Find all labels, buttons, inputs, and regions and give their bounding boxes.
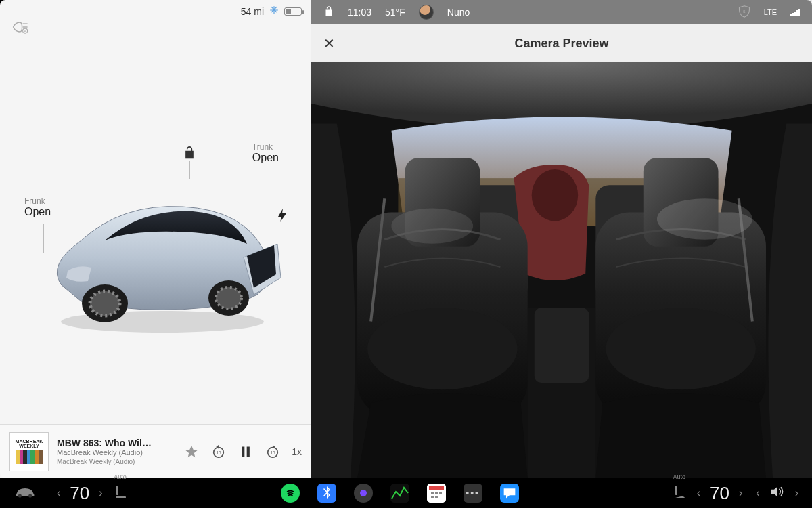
passenger-temp-down[interactable]: ‹: [697, 487, 700, 499]
svg-rect-14: [242, 446, 244, 457]
svg-rect-25: [535, 308, 589, 383]
svg-text:15: 15: [271, 450, 276, 454]
camera-preview-title: Camera Preview: [514, 37, 608, 51]
svg-point-23: [532, 169, 578, 221]
svg-rect-45: [431, 496, 434, 498]
svg-rect-39: [390, 484, 409, 503]
svg-rect-42: [431, 492, 434, 494]
driver-temp-down[interactable]: ‹: [57, 487, 60, 499]
svg-point-37: [28, 494, 32, 497]
right-panel: 11:03 51°F Nuno 5 LTE ✕ Camera Preview: [311, 0, 812, 478]
network-type: LTE: [764, 8, 777, 16]
vehicle-visualization: Trunk Open Frunk Open: [0, 0, 311, 424]
trunk-button[interactable]: Trunk Open: [252, 142, 279, 164]
spotify-app-icon[interactable]: [281, 484, 300, 503]
passenger-temp-value[interactable]: 70: [710, 483, 729, 504]
close-icon[interactable]: ✕: [323, 35, 335, 51]
svg-point-35: [391, 208, 473, 243]
signal-bars-icon: [790, 8, 800, 16]
driver-avatar[interactable]: [419, 5, 434, 20]
passenger-seat-heater-icon[interactable]: [671, 483, 687, 503]
svg-point-28: [367, 308, 517, 389]
playback-speed-button[interactable]: 1x: [292, 446, 302, 457]
media-artwork[interactable]: MACBREAK WEEKLY: [9, 432, 49, 471]
driver-seat-heater-icon[interactable]: [112, 483, 129, 503]
driver-temp-control: ‹ 70 ›: [57, 483, 103, 504]
driver-name[interactable]: Nuno: [447, 7, 470, 18]
passenger-seat-mode: Auto: [673, 473, 686, 480]
vehicle-status-panel: 54 mi A Trunk Open: [0, 0, 311, 478]
bottom-dock: ‹ 70 › Auto: [0, 478, 812, 508]
media-player: MACBREAK WEEKLY MBW 863: Who Will S MacB…: [0, 424, 311, 478]
route-shield-icon: 5: [738, 5, 750, 20]
vehicle-render[interactable]: [41, 176, 284, 325]
svg-rect-41: [429, 486, 444, 490]
camera-preview-feed[interactable]: [311, 62, 812, 478]
volume-icon[interactable]: [769, 485, 786, 501]
svg-point-31: [606, 308, 755, 389]
volume-up[interactable]: ›: [795, 487, 798, 499]
play-pause-button[interactable]: [238, 444, 254, 460]
status-bar: 11:03 51°F Nuno 5 LTE: [311, 0, 812, 24]
svg-text:5: 5: [743, 9, 746, 13]
volume-down[interactable]: ‹: [756, 487, 759, 499]
media-source: MacBreak Weekly (Audio): [57, 458, 152, 465]
svg-rect-43: [435, 492, 438, 494]
skip-back-15-button[interactable]: 15: [210, 444, 227, 460]
svg-rect-46: [435, 496, 438, 498]
svg-point-36: [18, 494, 22, 497]
energy-app-icon[interactable]: [390, 484, 409, 503]
lock-status-icon[interactable]: [323, 5, 334, 20]
svg-point-10: [216, 287, 242, 309]
car-controls-icon[interactable]: [14, 484, 37, 502]
more-apps-icon[interactable]: •••: [464, 484, 482, 503]
media-subtitle: MacBreak Weekly (Audio): [57, 448, 152, 457]
outside-temp: 51°F: [385, 7, 405, 18]
driver-temp-value[interactable]: 70: [70, 483, 89, 504]
svg-rect-44: [439, 492, 442, 494]
media-title: MBW 863: Who Will S: [57, 438, 152, 448]
svg-text:15: 15: [217, 450, 222, 454]
camera-preview-header: ✕ Camera Preview: [311, 24, 812, 62]
clock: 11:03: [348, 7, 371, 18]
calendar-app-icon[interactable]: [427, 484, 446, 503]
passenger-temp-control: ‹ 70 ›: [697, 483, 743, 504]
bluetooth-app-icon[interactable]: [317, 484, 336, 503]
dashcam-app-icon[interactable]: [354, 484, 373, 503]
driver-temp-up[interactable]: ›: [99, 487, 102, 499]
driver-seat-mode: Auto: [114, 473, 127, 480]
media-info[interactable]: MBW 863: Who Will S MacBreak Weekly (Aud…: [57, 438, 152, 465]
svg-rect-15: [247, 446, 250, 457]
messages-app-icon[interactable]: [500, 484, 519, 503]
svg-point-34: [657, 198, 752, 239]
passenger-temp-up[interactable]: ›: [739, 487, 742, 499]
favorite-button[interactable]: [183, 444, 200, 460]
skip-forward-15-button[interactable]: 15: [265, 444, 281, 460]
